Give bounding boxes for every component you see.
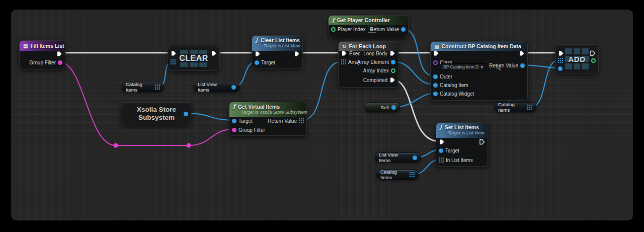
node-clear-list-items[interactable]: ƒ Clear List Items Target is List View T… — [252, 35, 303, 68]
return-value-pin[interactable]: Return Value — [370, 25, 406, 33]
node-array-clear[interactable]: CLEAR — [168, 46, 220, 71]
int-pin-icon — [591, 58, 596, 63]
node-subtitle: Target is List View — [448, 130, 484, 136]
array-pin-icon[interactable] — [410, 172, 415, 177]
pin-label: Target — [261, 60, 275, 65]
exec-in-pin[interactable] — [439, 138, 445, 146]
wire-layer — [11, 10, 633, 220]
construct-icon: ▤ — [434, 44, 439, 49]
function-icon: ƒ — [256, 37, 258, 43]
node-title-line2: Subsystem — [137, 114, 176, 122]
variable-label: Self — [381, 105, 389, 110]
variable-catalog-items[interactable]: Catalog Items — [376, 170, 419, 180]
function-icon: ƒ — [233, 103, 235, 110]
variable-label: Catalog Items — [126, 82, 152, 93]
reroute-node[interactable] — [187, 143, 191, 148]
node-xsolla-store-subsystem[interactable]: Xsolla Store Subsystem — [122, 102, 191, 125]
blueprint-graph-canvas[interactable]: ▤ Fill Items List Group Filter CLEAR ƒ C… — [11, 10, 633, 220]
pin-label: Array Index — [363, 68, 389, 73]
variable-list-view-items[interactable]: List View Items — [194, 82, 240, 92]
wire-data[interactable] — [394, 93, 435, 107]
class-dropdown[interactable]: BP Catalog Item D ▼ — [441, 63, 486, 70]
node-get-virtual-items[interactable]: ƒ Get Virtual Items Target is Xsolla Sto… — [229, 102, 307, 136]
exec-out-pin[interactable] — [211, 49, 217, 57]
class-dropdown-value: BP Catalog Item D — [443, 64, 478, 69]
variable-catalog-items[interactable]: Catalog Items — [494, 102, 536, 112]
outer-pin[interactable]: Outer — [433, 72, 452, 81]
variable-list-view-items[interactable]: List View Items — [375, 152, 421, 163]
object-pin-icon[interactable] — [231, 85, 236, 90]
reroute-node[interactable] — [114, 143, 118, 148]
exec-in-pin[interactable] — [433, 49, 439, 57]
node-header: ▤ Fill Items List — [20, 41, 65, 51]
node-fill-items-list[interactable]: ▤ Fill Items List Group Filter — [19, 40, 65, 69]
group-filter-pin[interactable]: Group Filter — [232, 126, 265, 134]
string-pin-icon — [232, 128, 236, 132]
wire-data[interactable] — [187, 113, 233, 120]
target-pin[interactable]: Target — [255, 58, 275, 66]
target-array-pin[interactable] — [171, 58, 176, 66]
pin-label: In List Items — [446, 158, 473, 163]
target-pin[interactable]: Target — [232, 117, 253, 125]
return-value-pin[interactable]: Return Value — [489, 61, 525, 69]
exec-in-pin[interactable] — [255, 50, 261, 58]
node-construct-bp-catalog-item-data[interactable]: ▤ Construct BP Catalog Item Data Class B… — [430, 41, 528, 101]
variable-label: Catalog Items — [380, 169, 407, 180]
node-header: ƒ Clear List Items Target is List View — [252, 36, 302, 51]
object-pin-icon — [433, 74, 438, 79]
array-pin-icon[interactable] — [527, 105, 532, 110]
in-list-items-pin[interactable]: In List Items — [439, 156, 473, 164]
node-title: Construct BP Catalog Item Data — [441, 43, 521, 49]
loop-body-pin[interactable]: Loop Body — [363, 49, 395, 57]
node-set-list-items[interactable]: ƒ Set List Items Target is List View Tar… — [436, 122, 488, 167]
catalog-item-pin[interactable]: Catalog Item — [433, 81, 468, 89]
target-pin[interactable]: Target — [439, 146, 459, 154]
variable-self[interactable]: Self — [365, 102, 400, 112]
node-title: Get Virtual Items — [238, 104, 280, 110]
variable-label: List View Items — [198, 82, 229, 93]
node-title: Clear List Items — [261, 37, 300, 43]
group-filter-pin[interactable]: Group Filter — [29, 58, 62, 66]
exec-in-pin[interactable] — [171, 49, 177, 57]
pin-label: Catalog Widget — [440, 91, 474, 97]
variable-label: List View Items — [379, 152, 410, 163]
exec-out-pin[interactable] — [479, 138, 485, 146]
array-element-pin[interactable]: Array Element — [357, 58, 395, 66]
screenshot-root: ▤ Fill Items List Group Filter CLEAR ƒ C… — [0, 0, 644, 232]
new-item-pin[interactable] — [558, 64, 562, 72]
wire-data[interactable] — [522, 65, 559, 68]
pin-label: Target — [445, 148, 459, 153]
exec-in-pin[interactable]: Exec — [341, 49, 360, 57]
node-header: ƒ Get Player Controller — [329, 16, 408, 25]
node-header: ƒ Get Virtual Items Target is Xsolla Sto… — [229, 102, 306, 117]
function-icon: ƒ — [332, 17, 335, 24]
node-for-each-loop[interactable]: ↻ For Each Loop Exec Array Loop Body Arr… — [338, 41, 398, 88]
subsystem-out-pin[interactable] — [184, 110, 188, 118]
node-get-player-controller[interactable]: ƒ Get Player Controller Player Index 0 R… — [328, 15, 409, 37]
node-subtitle: Target is Xsolla Store Subsystem — [241, 110, 303, 115]
variable-catalog-items[interactable]: Catalog Items — [122, 82, 164, 92]
pin-label: Outer — [440, 74, 452, 80]
catalog-widget-pin[interactable]: Catalog Widget — [433, 90, 474, 98]
index-out-pin[interactable] — [591, 56, 596, 64]
pin-label: Array Element — [357, 59, 389, 65]
target-array-pin[interactable] — [558, 56, 563, 64]
array-pin-icon[interactable] — [155, 85, 160, 90]
pin-label: Return Value — [268, 118, 297, 124]
pin-label: Player Index — [338, 27, 366, 32]
function-icon: ƒ — [440, 124, 442, 130]
return-value-pin[interactable]: Return Value — [268, 117, 304, 125]
object-pin-icon — [255, 60, 259, 65]
completed-pin[interactable]: Completed — [363, 76, 395, 84]
node-array-add[interactable]: ADD — [555, 44, 599, 73]
pin-label: Group Filter — [29, 60, 56, 65]
exec-out-pin[interactable] — [519, 49, 525, 57]
exec-out-pin[interactable] — [56, 50, 62, 58]
exec-out-pin[interactable] — [294, 50, 300, 58]
object-pin-icon[interactable] — [413, 156, 417, 160]
object-pin-icon[interactable] — [391, 105, 396, 110]
node-title: Set List Items — [445, 124, 479, 130]
object-pin-icon — [520, 63, 525, 68]
pin-label: Return Value — [489, 63, 518, 68]
array-index-pin[interactable]: Array Index — [363, 66, 395, 74]
